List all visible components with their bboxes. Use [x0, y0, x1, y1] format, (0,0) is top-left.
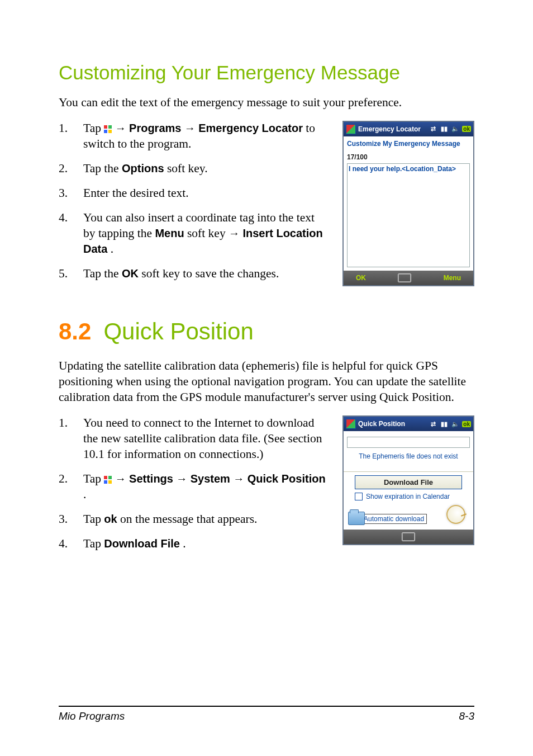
bold-download-file: Download File [104, 537, 180, 550]
step-number: 4. [59, 210, 83, 257]
arrow-icon: → [184, 122, 196, 134]
step-3: 3. Tap ok on the message that appears. [59, 512, 327, 527]
step-4: 4. Tap Download File . [59, 536, 327, 552]
step-number: 1. [59, 121, 83, 152]
step-4: 4. You can also insert a coordinate tag … [59, 210, 327, 257]
step-text: on the message that appears. [120, 512, 257, 526]
softkey-ok[interactable]: OK [356, 274, 366, 282]
titlebar: Quick Position ⇄ ▮▮ 🔈 ok [344, 417, 473, 431]
bold-menu: Menu [155, 227, 184, 239]
section1-steps: 1. Tap → Programs → Emergency Locator to… [59, 121, 327, 282]
char-counter: 17/100 [347, 153, 470, 161]
step-text: . [83, 488, 86, 501]
step-2: 2. Tap → Settings → System → Quick Posit… [59, 471, 327, 503]
arrow-icon: → [176, 472, 187, 485]
connectivity-icon[interactable]: ⇄ [429, 419, 437, 428]
checkbox-label: Automatic download [364, 515, 424, 523]
bold-ok: ok [104, 513, 117, 525]
signal-icon[interactable]: ▮▮ [440, 125, 449, 134]
ok-button[interactable]: ok [462, 126, 471, 132]
path-programs: Programs [129, 122, 181, 134]
volume-icon[interactable]: 🔈 [451, 125, 460, 134]
section-number: 8.2 [59, 318, 91, 344]
checkbox-show-expiration[interactable]: Show expiration in Calendar [355, 493, 462, 500]
step-number: 2. [59, 161, 83, 177]
checkbox-label: Show expiration in Calendar [366, 493, 450, 500]
step-number: 2. [59, 471, 83, 503]
start-icon [104, 476, 112, 484]
section1-intro: You can edit the text of the emergency m… [59, 95, 474, 111]
download-file-button[interactable]: Download File [355, 475, 462, 489]
step-text: . [111, 242, 113, 256]
signal-icon[interactable]: ▮▮ [440, 419, 449, 428]
step-text: Enter the desired text. [83, 186, 327, 201]
window-title: Emergency Locator [358, 125, 426, 133]
bold-ok: OK [122, 267, 139, 280]
soft-key-bar: OK Menu [344, 271, 473, 285]
status-box [347, 437, 470, 448]
path-quick-position: Quick Position [248, 472, 326, 485]
section2-intro: Updating the satellite calibration data … [59, 358, 474, 405]
step-text: soft key. [167, 162, 208, 175]
step-number: 5. [59, 266, 83, 282]
soft-key-bar [344, 530, 473, 544]
screenshot-quick-position: Quick Position ⇄ ▮▮ 🔈 ok The Ephemeris f… [342, 415, 474, 545]
footer-left: Mio Programs [59, 710, 125, 722]
app-icon [346, 419, 356, 429]
step-text: You need to connect to the Internet to d… [83, 415, 327, 462]
path-settings: Settings [129, 472, 173, 485]
satellite-dish-icon [446, 505, 465, 524]
checkbox-icon[interactable] [355, 493, 363, 500]
heading-customizing: Customizing Your Emergency Message [59, 62, 474, 84]
step-number: 4. [59, 536, 83, 552]
step-number: 3. [59, 512, 83, 527]
arrow-icon: → [115, 472, 126, 485]
keyboard-icon[interactable] [402, 532, 415, 541]
footer-right: 8-3 [459, 710, 474, 722]
screenshot-emergency-locator: Emergency Locator ⇄ ▮▮ 🔈 ok Customize My… [342, 121, 474, 286]
step-text: Tap [83, 472, 104, 485]
bold-options: Options [122, 162, 164, 174]
arrow-icon: → [233, 472, 244, 485]
heading-quick-position: 8.2Quick Position [59, 318, 474, 345]
section-title: Quick Position [103, 318, 253, 344]
step-text: Tap [83, 121, 104, 135]
step-number: 3. [59, 186, 83, 201]
step-text: Tap the [83, 162, 122, 175]
ok-button[interactable]: ok [462, 421, 471, 427]
titlebar: Emergency Locator ⇄ ▮▮ 🔈 ok [344, 122, 473, 136]
step-1: 1. Tap → Programs → Emergency Locator to… [59, 121, 327, 152]
folder-icon [348, 512, 365, 525]
step-text: Tap [83, 512, 104, 526]
step-text: soft key to save the changes. [141, 267, 279, 280]
message-editor[interactable]: I need your help.<Location_Data> [347, 163, 470, 267]
window-title: Quick Position [358, 420, 426, 428]
app-icon [346, 124, 356, 134]
section2-steps: 1. You need to connect to the Internet t… [59, 415, 327, 552]
step-text: soft key [187, 226, 229, 240]
screen-subtitle: Customize My Emergency Message [344, 136, 473, 151]
step-number: 1. [59, 415, 83, 462]
step-text: Tap [83, 537, 104, 550]
page-footer: Mio Programs 8-3 [59, 706, 474, 722]
step-2: 2. Tap the Options soft key. [59, 161, 327, 177]
connectivity-icon[interactable]: ⇄ [429, 125, 437, 134]
arrow-icon: → [229, 227, 240, 239]
step-3: 3. Enter the desired text. [59, 186, 327, 201]
step-text: Tap the [83, 267, 122, 280]
volume-icon[interactable]: 🔈 [451, 419, 460, 428]
keyboard-icon[interactable] [398, 273, 411, 282]
step-5: 5. Tap the OK soft key to save the chang… [59, 266, 327, 282]
status-text: The Ephemeris file does not exist [347, 449, 470, 471]
start-icon [104, 125, 112, 133]
step-1: 1. You need to connect to the Internet t… [59, 415, 327, 462]
softkey-menu[interactable]: Menu [444, 274, 461, 282]
arrow-icon: → [115, 122, 126, 134]
path-system: System [191, 472, 230, 485]
step-text: . [183, 537, 185, 550]
path-emergency-locator: Emergency Locator [198, 122, 303, 134]
